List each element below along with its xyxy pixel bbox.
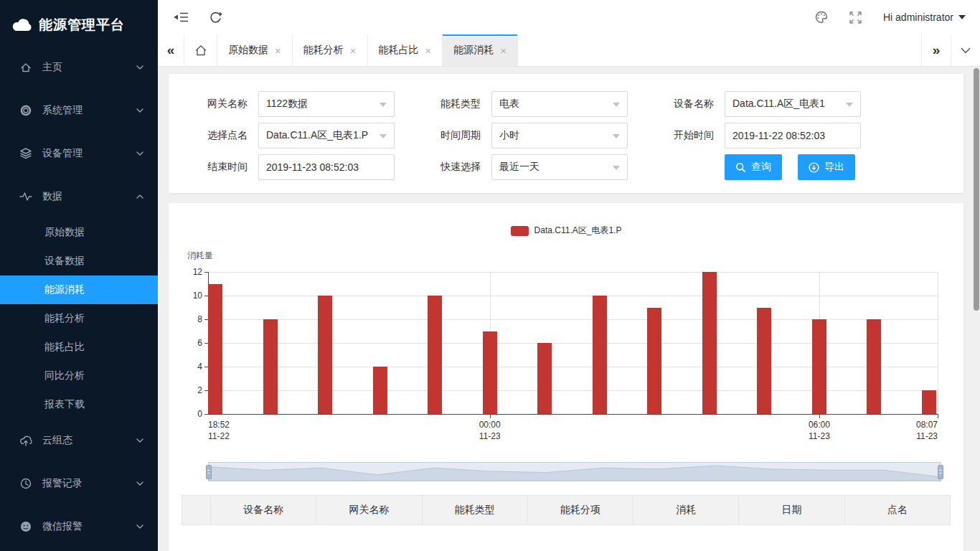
- sidebar-item-data[interactable]: 数据: [0, 175, 158, 218]
- cloud-upload-icon: [19, 434, 33, 447]
- home-tab[interactable]: [184, 34, 217, 66]
- tabs-scroll-left-button[interactable]: «: [158, 34, 184, 66]
- close-icon[interactable]: ×: [425, 45, 432, 56]
- button-label: 导出: [824, 161, 844, 174]
- sidebar-item-label: 数据: [42, 190, 136, 203]
- sidebar-item-system[interactable]: 系统管理: [0, 89, 158, 132]
- datazoom-right-handle[interactable]: [938, 465, 943, 479]
- chevron-down-icon: [136, 108, 143, 113]
- sidebar-item-label: 设备管理: [42, 147, 136, 160]
- tab-consumption-analysis[interactable]: 能耗分析 ×: [293, 34, 368, 66]
- sidebar-item-wechat-alarm[interactable]: 微信报警: [0, 505, 158, 548]
- tick-x: [819, 415, 820, 418]
- start-time-input[interactable]: [732, 130, 853, 141]
- field-end-time: 结束时间: [183, 154, 416, 180]
- refresh-icon[interactable]: [207, 9, 224, 26]
- sidebar-item-raw-data[interactable]: 原始数据: [0, 218, 158, 247]
- tab-label: 能源消耗: [453, 44, 494, 57]
- tabs-scroll-right-button[interactable]: »: [921, 34, 951, 66]
- quick-select[interactable]: 最近一天: [491, 154, 628, 180]
- home-icon: [19, 61, 33, 74]
- sidebar-item-consumption-ratio[interactable]: 能耗占比: [0, 333, 158, 362]
- chevron-down-icon: [846, 103, 853, 107]
- sidebar-item-device[interactable]: 设备管理: [0, 132, 158, 175]
- page-scrollbar[interactable]: [974, 68, 979, 311]
- sidebar-item-report-download[interactable]: 报表下载: [0, 390, 158, 419]
- bar: [537, 343, 552, 414]
- data-submenu: 原始数据 设备数据 能源消耗 能耗分析 能耗占比 同比分析 报表下载: [0, 218, 158, 419]
- tabs-menu-button[interactable]: [951, 34, 980, 66]
- y-tick-label: 6: [172, 338, 202, 348]
- field-label: 结束时间: [183, 161, 248, 174]
- bar: [318, 296, 332, 414]
- results-table: 设备名称 网关名称 能耗类型 能耗分项 消耗 日期 点名: [182, 495, 951, 525]
- sidebar-item-home[interactable]: 主页: [0, 46, 158, 89]
- chevron-down-icon: [380, 103, 387, 107]
- tab-consumption-ratio[interactable]: 能耗占比 ×: [368, 34, 443, 66]
- sidebar-item-alarm-log[interactable]: 报警记录: [0, 462, 158, 505]
- clock-icon: [19, 477, 33, 490]
- datazoom-left-handle[interactable]: [206, 465, 212, 479]
- column-header-subitem: 能耗分项: [527, 496, 633, 525]
- bar: [757, 308, 771, 415]
- bar: [483, 331, 497, 415]
- field-energy-type: 能耗类型 电表: [416, 91, 649, 117]
- fullscreen-icon[interactable]: [847, 9, 864, 26]
- tab-energy-consumption[interactable]: 能源消耗 ×: [443, 34, 518, 66]
- device-select[interactable]: Data.C11.A区_电表1: [725, 91, 861, 117]
- bar: [428, 296, 442, 414]
- field-label: 时间周期: [416, 129, 481, 142]
- x-tick-label: 18:5211-22: [208, 420, 230, 442]
- tab-raw-data[interactable]: 原始数据 ×: [217, 34, 293, 66]
- sidebar-item-device-data[interactable]: 设备数据: [0, 247, 158, 276]
- y-tick-label: 12: [172, 267, 202, 277]
- tab-label: 能耗占比: [379, 44, 419, 57]
- app-title: 能源管理平台: [39, 16, 125, 34]
- sidebar: 能源管理平台 主页 系统管理 设备管理 数据: [0, 0, 158, 551]
- close-icon[interactable]: ×: [500, 45, 507, 56]
- gateway-select[interactable]: 1122数据: [258, 91, 395, 117]
- end-time-input[interactable]: [266, 161, 387, 173]
- legend-label: Data.C11.A区_电表1.P: [534, 225, 622, 237]
- tab-label: 原始数据: [228, 44, 268, 57]
- column-header-index: [182, 496, 211, 525]
- sidebar-item-yoy-analysis[interactable]: 同比分析: [0, 362, 158, 390]
- close-icon[interactable]: ×: [275, 45, 281, 56]
- sidebar-item-consumption-analysis[interactable]: 能耗分析: [0, 304, 158, 333]
- field-label: 快速选择: [416, 161, 481, 174]
- energy-type-select[interactable]: 电表: [491, 91, 628, 117]
- menu-fold-icon[interactable]: [172, 9, 189, 26]
- select-value: 小时: [499, 129, 519, 142]
- select-value: Data.C11.A区_电表1.P: [266, 129, 368, 142]
- sidebar-item-cloud-scada[interactable]: 云组态: [0, 419, 158, 462]
- tabbar: « 原始数据 × 能耗分析 × 能耗占比 × 能源消耗 × »: [158, 34, 980, 67]
- chart-legend[interactable]: Data.C11.A区_电表1.P: [169, 203, 963, 237]
- field-label: 开始时间: [649, 129, 714, 142]
- sidebar-item-energy-consumption[interactable]: 能源消耗: [0, 276, 158, 304]
- chevron-down-icon: [136, 151, 143, 156]
- cloud-icon: [11, 18, 33, 32]
- query-button[interactable]: 查询: [725, 154, 782, 180]
- user-menu[interactable]: Hi administrator: [883, 11, 966, 23]
- grid-h: [208, 272, 938, 273]
- bar: [593, 296, 607, 414]
- x-tick-label: 08:0711-23: [905, 420, 938, 442]
- field-label: 能耗类型: [416, 98, 481, 110]
- sidebar-item-label: 微信报警: [42, 520, 136, 533]
- grid-v: [938, 272, 938, 414]
- tab-label: 能耗分析: [303, 44, 344, 57]
- chevron-down-icon: [136, 438, 143, 443]
- close-icon[interactable]: ×: [350, 45, 357, 56]
- theme-palette-icon[interactable]: [813, 9, 830, 26]
- export-button[interactable]: 导出: [798, 154, 855, 180]
- column-header-gateway: 网关名称: [316, 496, 422, 525]
- datazoom-slider[interactable]: [208, 462, 941, 481]
- point-select[interactable]: Data.C11.A区_电表1.P: [258, 123, 395, 149]
- bar: [208, 284, 222, 415]
- column-header-point: 点名: [844, 496, 950, 525]
- select-value: 电表: [499, 98, 519, 110]
- field-label: 选择点名: [183, 129, 248, 142]
- time-period-select[interactable]: 小时: [491, 123, 628, 149]
- select-value: Data.C11.A区_电表1: [732, 98, 825, 110]
- wechat-icon: [19, 520, 33, 533]
